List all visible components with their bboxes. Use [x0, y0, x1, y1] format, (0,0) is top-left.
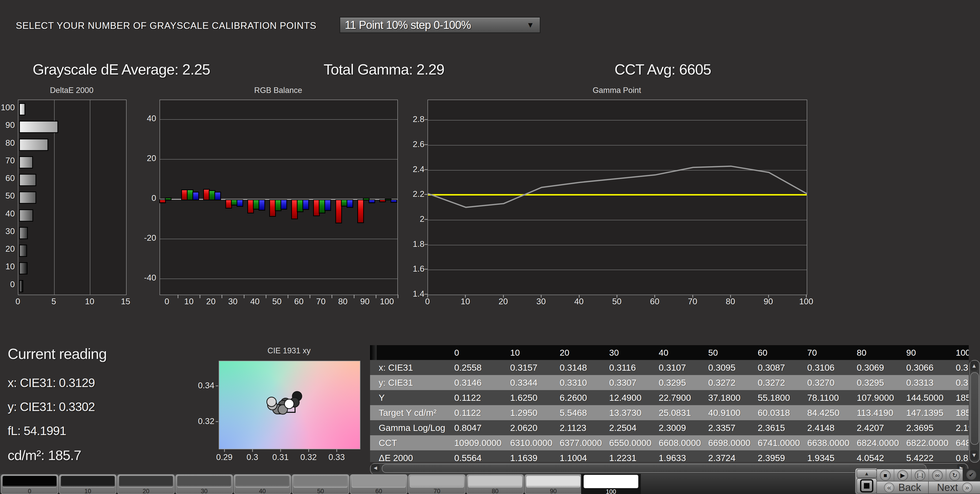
table-cell: 0.3310 [560, 378, 587, 388]
grayscale-swatch-40[interactable]: 40 [234, 474, 291, 494]
table-cell: 185. [956, 408, 969, 418]
rgb-xtick-label: 70 [310, 296, 331, 306]
grayscale-swatch-60[interactable]: 60 [350, 474, 407, 494]
table-cell: 6550.0000 [609, 438, 651, 448]
axis-tick [617, 295, 617, 298]
grayscale-de-average: Grayscale dE Average: 2.25 [33, 61, 210, 78]
refresh-button[interactable]: ↻ [946, 469, 963, 481]
table-column-header: 30 [609, 348, 619, 358]
swatch-level-label: 60 [350, 488, 407, 494]
gamma-point-chart [428, 100, 807, 295]
swatch-color-patch [352, 476, 406, 488]
swatch-level-label: 70 [409, 488, 465, 494]
grayscale-swatch-80[interactable]: 80 [466, 474, 524, 494]
swatch-color-patch [61, 476, 115, 488]
grayscale-swatch-30[interactable]: 30 [175, 474, 233, 494]
rgb-bar-green [165, 198, 172, 201]
next-button-label: Next [937, 482, 958, 493]
rgb-balance-chart [159, 100, 398, 295]
grayscale-swatch-100[interactable]: 100 [581, 474, 641, 494]
table-column-header: 100 [956, 348, 969, 358]
dropdown-selected-value: 11 Point 10% step 0-100% [345, 19, 527, 32]
scroll-up-icon[interactable]: ▲ [970, 361, 978, 371]
play-icon: ▶ [900, 472, 905, 479]
swatch-level-label: 80 [467, 488, 523, 494]
table-cell: 2.3959 [758, 453, 785, 462]
rgb-bar-blue [369, 199, 375, 203]
rgb-bar-blue [302, 199, 309, 210]
chevron-down-icon: ▼ [527, 21, 534, 29]
scroll-down-icon[interactable]: ▼ [970, 450, 978, 460]
gamma-xtick-label: 20 [493, 296, 514, 306]
table-cell: 0.3148 [560, 363, 587, 373]
axis-tick [266, 295, 266, 298]
stop-button[interactable]: ■ [877, 469, 894, 481]
swatch-color-patch [293, 476, 348, 488]
check-icon: ✔ [969, 471, 974, 478]
cie-point-100 [284, 399, 294, 409]
deltae-ytick-label: 30 [0, 226, 15, 236]
axis-tick [216, 421, 218, 422]
accept-button[interactable]: ✔ [963, 469, 980, 481]
axis-tick [331, 295, 332, 298]
horizontal-scroll-thumb[interactable] [382, 464, 926, 473]
deltae-bar [19, 262, 27, 274]
next-button[interactable]: Next » [928, 481, 980, 494]
grayscale-swatch-20[interactable]: 20 [117, 474, 175, 494]
gamma-xtick-label: 50 [607, 296, 627, 306]
grayscale-swatch-0[interactable]: 0 [1, 474, 59, 494]
table-vertical-scrollbar[interactable]: ▲ ▼ [969, 360, 980, 462]
table-cell: 0.3106 [807, 363, 835, 373]
table-cell: 0.8047 [454, 423, 482, 433]
back-button[interactable]: « Back [877, 481, 929, 494]
rgb-ytick-label: 0 [138, 193, 156, 203]
deltae-bar [19, 156, 33, 169]
table-cell: 6310.0000 [510, 438, 552, 448]
grayscale-swatch-90[interactable]: 90 [525, 474, 582, 494]
grayscale-swatch-70[interactable]: 70 [408, 474, 466, 494]
table-cell: 5.5468 [560, 408, 587, 418]
step-button[interactable]: [‥] [912, 469, 929, 481]
table-cell: 25.0831 [659, 408, 691, 418]
axis-tick [425, 244, 428, 245]
refresh-icon: ↻ [952, 472, 957, 479]
rgb-bar-red [357, 199, 364, 223]
scroll-left-icon[interactable]: ◄ [371, 464, 380, 472]
table-header-row: 0102030405060708090100 [370, 345, 969, 360]
grayscale-swatch-10[interactable]: 10 [59, 474, 117, 494]
axis-tick [375, 295, 376, 298]
rgb-ytick-label: -20 [138, 233, 156, 243]
vertical-scroll-thumb[interactable] [970, 372, 979, 445]
axis-tick [425, 269, 428, 269]
table-column-header: 60 [758, 348, 767, 358]
deltae-2000-chart [18, 100, 127, 295]
gamma-ytick-label: 2.6 [404, 139, 425, 149]
table-row-label: Gamma Log/Log [379, 423, 445, 433]
cie-xtick-label: 0.33 [323, 453, 351, 462]
table-row: CCT10909.00006310.00006377.00006550.0000… [370, 435, 969, 450]
gamma-xtick-label: 40 [569, 296, 589, 306]
play-button[interactable]: ▶ [894, 469, 912, 481]
cie-xtick-label: 0.29 [210, 453, 239, 462]
axis-tick [221, 295, 222, 298]
cie-1931-chart [219, 361, 360, 449]
expand-up-button[interactable]: ▲ [856, 469, 877, 478]
swatch-level-label: 20 [118, 488, 174, 494]
rgb-ytick-label: 40 [138, 114, 156, 123]
swatch-level-label: 0 [1, 488, 58, 494]
table-cell: 0.3307 [609, 378, 636, 388]
deltae-ytick-label: 0 [0, 280, 15, 289]
axis-tick [310, 295, 310, 298]
calibration-points-dropdown[interactable]: 11 Point 10% step 0-100% ▼ [339, 17, 541, 33]
table-row: Gamma Log/Log0.80472.06202.11232.25042.3… [370, 420, 969, 435]
measure-window-button[interactable] [856, 478, 877, 494]
cie-point-90 [266, 397, 277, 407]
continuous-button[interactable]: ∞ [929, 469, 946, 481]
rgb-bar-blue [215, 192, 221, 201]
up-arrow-icon: ▲ [864, 471, 869, 476]
deltae-ytick-label: 90 [0, 120, 15, 130]
table-cell: 6822.0000 [906, 438, 948, 448]
rgb-xtick-label: 60 [289, 296, 309, 306]
grayscale-swatch-50[interactable]: 50 [292, 474, 349, 494]
table-cell: 0.33 [956, 378, 969, 388]
